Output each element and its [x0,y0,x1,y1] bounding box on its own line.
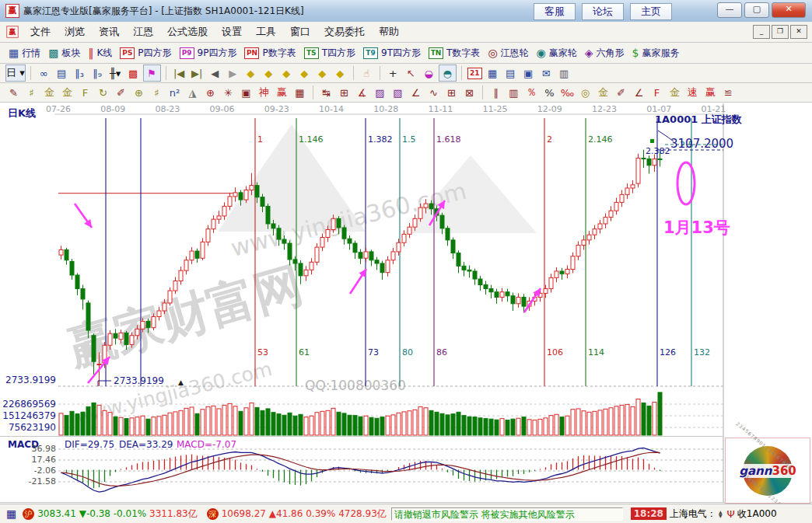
menu-帮助[interactable]: 帮助 [372,25,406,39]
gann-comb-tool[interactable]: ♯ [23,85,40,100]
first-page-icon[interactable]: |◀ [171,65,187,81]
diamond-out-icon[interactable]: ◆ [332,65,348,81]
forum-button[interactable]: 论坛 [582,3,624,20]
percent-tool[interactable]: % [541,85,558,100]
crosshair-icon[interactable]: + [385,65,401,81]
tool-hexagon[interactable]: ◈六角形 [581,46,628,61]
diamond-in-icon[interactable]: ◆ [314,65,331,81]
tool-sectors[interactable]: ▩板块 [44,46,84,61]
calendar-icon[interactable]: 21 [467,65,483,81]
last-page-icon[interactable]: ▶| [189,65,205,81]
ink-tool[interactable]: ✐ [613,85,629,100]
grid-square-tool[interactable]: ⊞ [336,85,352,100]
ying-tool[interactable]: 赢 [274,85,290,100]
tool-t-number-table[interactable]: TNT数字表 [425,46,484,61]
diamond-v-icon[interactable]: ◆ [296,65,313,81]
keyboard-wizard-icon[interactable]: ▦ [6,507,16,520]
compass-tool[interactable]: ◮ [184,85,201,100]
menu-工具[interactable]: 工具 [249,25,283,39]
gold-lines-tool[interactable]: 金 [595,85,611,100]
candle-style-icon[interactable]: ╫▾ [107,65,124,81]
mail-icon[interactable]: ✉ [538,65,555,81]
hand-icon[interactable]: ☝ [359,65,375,81]
fan-tool[interactable]: ∡ [354,85,370,100]
gold-ratio2-tool[interactable]: 金 [59,85,75,100]
prev-icon[interactable]: ◀ [207,65,223,81]
brush-tool[interactable]: ✐ [113,85,129,100]
pointer-icon[interactable]: ↖ [403,65,419,81]
next-icon[interactable]: ▶ [225,65,241,81]
bars-tool[interactable]: ▥ [506,85,522,100]
percent-cut-tool[interactable]: ％ [523,85,540,100]
grid2-tool[interactable]: ⊞ [443,85,460,100]
hatch2-tool[interactable]: ▧ [390,85,406,100]
width-tool[interactable]: ↹ [318,85,334,100]
tool-9p-square[interactable]: P99P四方形 [176,46,241,61]
wave-tool[interactable]: ∿ [425,85,442,100]
tool-kline[interactable]: ‖K线 [84,46,116,61]
color-flag-icon[interactable]: ⚑ [143,65,161,82]
calculator-icon[interactable]: ▦ [485,65,501,81]
pattern-icon[interactable]: ▩ [125,65,142,81]
tool-gann-wheel[interactable]: ◎江恩轮 [484,46,532,61]
grid-solid-tool[interactable]: ⊠ [461,85,478,100]
service-button[interactable]: 客服 [534,3,576,20]
menu-交易委托[interactable]: 交易委托 [317,25,372,39]
tool-9t-square[interactable]: T99T四方形 [359,46,425,61]
circle-tool[interactable]: ⊕ [131,85,147,100]
menu-文件[interactable]: 文件 [23,25,58,39]
ying2-tool[interactable]: 赢 [702,85,719,100]
close-button[interactable]: ✕ [772,2,806,18]
bars-3-icon[interactable]: ‖₃ [72,65,88,81]
gold-circle-tool[interactable]: ◎ [577,85,593,100]
pen-tool[interactable]: ✎ [5,85,22,100]
tool-quotes[interactable]: ▦行情 [5,46,44,61]
mdi-close-button[interactable]: ✕ [790,25,807,39]
hatch-tool[interactable]: ▨ [372,85,388,100]
menu-资讯[interactable]: 资讯 [92,25,126,39]
box-grid-tool[interactable]: ▣ [238,85,254,100]
n2-tool[interactable]: n² [166,85,183,100]
gold-ratio-tool[interactable]: 金 [41,85,58,100]
shen-tool[interactable]: 神 [256,85,272,100]
printer-icon[interactable]: ▥ [556,65,572,81]
brain-magenta-icon[interactable]: ◒ [421,65,437,81]
period-selector[interactable]: 日 ▾ [5,65,26,82]
tool-p-number-table[interactable]: PNP数字表 [240,46,299,61]
tool-t-square[interactable]: TST四方形 [300,46,359,61]
angle-tool[interactable]: ∠ [408,85,424,100]
speed-tool[interactable]: 速 [684,85,701,100]
angle-a-tool[interactable]: ∠ [631,85,647,100]
cycle-tool[interactable]: ↻ [95,85,111,100]
mdi-minimize-button[interactable]: _ [753,25,770,39]
ticker-spinner[interactable]: ▲▼ [719,510,723,518]
restore-button[interactable]: ▢ [744,2,769,18]
menu-设置[interactable]: 设置 [215,25,249,39]
wave2-tool[interactable]: ≌ [720,85,737,100]
tool-p-square[interactable]: PSP四方形 [116,46,175,61]
menu-窗口[interactable]: 窗口 [283,25,317,39]
menu-江恩[interactable]: 江恩 [126,25,160,39]
star-grid-tool[interactable]: ✳ [220,85,236,100]
tool-winner-service[interactable]: $赢家服务 [628,46,684,61]
menu-公式选股[interactable]: 公式选股 [160,25,215,39]
minimize-button[interactable]: — [717,2,742,18]
permille-tool[interactable]: ‰ [559,85,576,100]
overview-icon[interactable]: ∞ [36,65,52,81]
bars-9-icon[interactable]: ‖₉ [89,65,106,81]
comb2-tool[interactable]: ♯ [149,85,165,100]
ruler-grid-tool[interactable]: ▦ [292,85,308,100]
notepad-icon[interactable]: ▤ [502,65,519,81]
diamond-right-icon[interactable]: ◆ [261,65,277,81]
mdi-restore-button[interactable]: ❐ [772,25,789,39]
kline-chart[interactable]: 赢家财富网www.yingjia360.comwww.yingjia360.co… [0,103,812,504]
save-icon[interactable]: ▣ [520,65,537,81]
fibonacci-tool[interactable]: F [77,85,93,100]
angle-f-tool[interactable]: F [649,85,665,100]
diamond-h-icon[interactable]: ◆ [278,65,295,81]
gold-angle-tool[interactable]: 金 [667,85,683,100]
info-doc-icon[interactable]: ▤ [54,65,70,81]
chart-area[interactable]: 赢家财富网www.yingjia360.comwww.yingjia360.co… [0,103,812,504]
menu-浏览[interactable]: 浏览 [58,25,92,39]
target-tool[interactable]: ⊕ [202,85,219,100]
